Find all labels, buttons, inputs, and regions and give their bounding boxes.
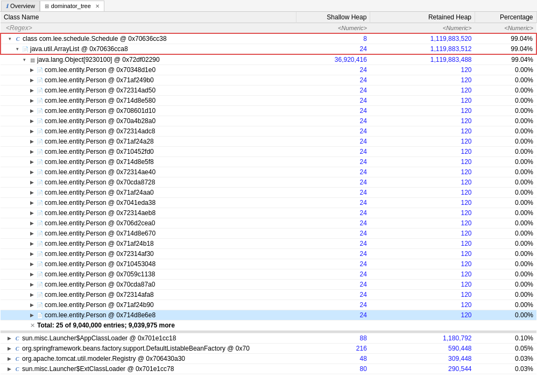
table-row[interactable]: ▶Corg.apache.tomcat.util.modeler.Registr… <box>1 354 536 364</box>
table-row[interactable]: ▶📄com.lee.entity.Person @ 0x72314adc8241… <box>1 126 536 137</box>
table-row[interactable]: ▶Csun.misc.Launcher$ExtClassLoader @ 0x7… <box>1 364 536 374</box>
cell-retained-heap: 120 <box>370 269 475 280</box>
table-row[interactable]: ▶📄com.lee.entity.Person @ 0x710453048241… <box>1 259 536 269</box>
expand-icon[interactable]: ▶ <box>29 189 35 196</box>
expand-icon[interactable]: ▶ <box>29 220 35 226</box>
class-name-text: com.lee.entity.Person @ 0x71af24aa0 <box>45 189 154 196</box>
expand-icon[interactable]: ▶ <box>29 261 35 267</box>
table-row[interactable]: ▶📄com.lee.entity.Person @ 0x7059c1138241… <box>1 269 536 280</box>
table-row[interactable]: ▶📄com.lee.entity.Person @ 0x7041eda38241… <box>1 198 536 208</box>
expand-icon[interactable]: ▶ <box>29 251 35 257</box>
cell-retained-heap: 1,119,883,512 <box>370 44 475 55</box>
table-row[interactable]: ▶📄com.lee.entity.Person @ 0x70cda8728241… <box>1 177 536 188</box>
col-header-retained-heap[interactable]: Retained Heap <box>370 12 475 23</box>
table-row[interactable]: ▶📄com.lee.entity.Person @ 0x71af24a28241… <box>1 137 536 147</box>
node-type-icon: 📄 <box>36 107 44 115</box>
cell-percentage: 0.00% <box>475 65 537 75</box>
expand-icon[interactable]: ▶ <box>29 138 35 145</box>
cell-class-name: ▶📄com.lee.entity.Person @ 0x706d2cea0 <box>1 218 296 229</box>
cell-percentage: 0.00% <box>475 310 537 320</box>
table-row[interactable]: ▾▦java.lang.Object[9230100] @ 0x72df0229… <box>1 54 536 65</box>
cell-retained-heap: 120 <box>370 177 475 188</box>
expand-icon[interactable]: ▶ <box>29 108 35 114</box>
table-row[interactable]: ▶📄com.lee.entity.Person @ 0x72314ae40241… <box>1 167 536 177</box>
table-row[interactable]: ▾📄java.util.ArrayList @ 0x70636cca8241,1… <box>1 44 536 55</box>
expand-icon[interactable]: ▶ <box>29 312 35 318</box>
expand-icon[interactable]: ▶ <box>29 159 35 165</box>
expand-icon[interactable]: ▶ <box>6 335 12 341</box>
expand-icon[interactable]: ▶ <box>29 230 35 237</box>
table-row[interactable]: ▶📄com.lee.entity.Person @ 0x71af24b90241… <box>1 300 536 310</box>
collapse-icon[interactable]: ▾ <box>21 56 27 63</box>
expand-icon[interactable]: ▶ <box>6 355 12 362</box>
table-row[interactable]: ▶📄com.lee.entity.Person @ 0x706d2cea0241… <box>1 218 536 229</box>
expand-icon[interactable]: ▶ <box>6 345 12 352</box>
node-type-icon: 📄 <box>36 301 44 309</box>
expand-icon[interactable]: ▶ <box>29 281 35 288</box>
expand-icon[interactable]: ▶ <box>29 77 35 83</box>
cell-percentage: 0.00% <box>475 75 537 85</box>
cell-shallow-heap: 24 <box>296 300 370 310</box>
tab-close-icon[interactable]: ✕ <box>95 3 100 9</box>
col-header-shallow-heap[interactable]: Shallow Heap <box>296 12 370 23</box>
table-row[interactable]: ▶📄com.lee.entity.Person @ 0x70cda87a0241… <box>1 280 536 290</box>
col-header-percentage[interactable]: Percentage <box>475 12 537 23</box>
filter-shallow[interactable]: <Numeric> <box>296 23 370 34</box>
expand-icon[interactable]: ▶ <box>29 118 35 124</box>
table-row[interactable]: ▶📄com.lee.entity.Person @ 0x708601d10241… <box>1 106 536 116</box>
col-header-class-name[interactable]: Class Name <box>1 12 296 23</box>
expand-icon[interactable]: ▶ <box>29 210 35 216</box>
table-row[interactable]: ▶📄com.lee.entity.Person @ 0x714d8e670241… <box>1 229 536 239</box>
cell-retained-heap: 120 <box>370 167 475 177</box>
cell-percentage: 0.00% <box>475 198 537 208</box>
expand-icon[interactable]: ▶ <box>29 97 35 104</box>
table-row[interactable]: ▶📄com.lee.entity.Person @ 0x72314ad50241… <box>1 85 536 96</box>
filter-retained[interactable]: <Numeric> <box>370 23 475 34</box>
table-row[interactable]: ▶📄com.lee.entity.Person @ 0x714d8e580241… <box>1 96 536 106</box>
table-row[interactable]: ✕Total: 25 of 9,040,000 entries; 9,039,9… <box>1 320 536 331</box>
expand-icon[interactable]: ▶ <box>29 179 35 186</box>
collapse-icon[interactable]: ▾ <box>14 46 20 52</box>
cell-class-name: ▶📄com.lee.entity.Person @ 0x72314ad50 <box>1 85 296 96</box>
tab-dominator-tree[interactable]: ⊞ dominator_tree ✕ <box>40 1 104 11</box>
node-type-icon: C <box>14 35 22 42</box>
table-row[interactable]: ▶📄com.lee.entity.Person @ 0x72314af30241… <box>1 249 536 259</box>
table-row[interactable]: ▶📄com.lee.entity.Person @ 0x71af249b0241… <box>1 75 536 85</box>
cell-percentage: 0.03% <box>475 354 537 364</box>
filter-pct[interactable]: <Numeric> <box>475 23 537 34</box>
node-type-icon: 📄 <box>36 168 44 176</box>
expand-icon[interactable]: ▶ <box>29 271 35 277</box>
table-row[interactable]: ▶📄com.lee.entity.Person @ 0x70348d1e0241… <box>1 65 536 75</box>
expand-icon[interactable]: ▶ <box>29 128 35 134</box>
table-header-row: Class Name Shallow Heap Retained Heap Pe… <box>1 12 536 23</box>
table-row[interactable]: ▶📄com.lee.entity.Person @ 0x714d8e6e8241… <box>1 310 536 320</box>
tab-dominator-label: dominator_tree <box>51 3 91 9</box>
table-row[interactable]: ▶📄com.lee.entity.Person @ 0x714d8e5f8241… <box>1 157 536 167</box>
expand-icon[interactable]: ▶ <box>29 291 35 298</box>
table-row[interactable]: ▶Corg.springframework.beans.factory.supp… <box>1 344 536 354</box>
table-row[interactable]: ▶📄com.lee.entity.Person @ 0x710452fd0241… <box>1 147 536 157</box>
cell-class-name: ▾📄java.util.ArrayList @ 0x70636cca8 <box>1 44 296 55</box>
tab-overview[interactable]: ℹ Overview <box>1 1 40 11</box>
class-name-text: com.lee.entity.Person @ 0x71af24b90 <box>45 301 154 309</box>
expand-icon[interactable]: ▶ <box>29 199 35 206</box>
expand-icon[interactable]: ▶ <box>29 302 35 308</box>
cell-percentage: 0.00% <box>475 147 537 157</box>
expand-icon[interactable]: ▶ <box>29 67 35 73</box>
table-row[interactable]: ▶Csun.misc.Launcher$AppClassLoader @ 0x7… <box>1 333 536 344</box>
expand-icon[interactable]: ▶ <box>29 240 35 247</box>
collapse-icon[interactable]: ▾ <box>6 35 13 42</box>
expand-icon[interactable]: ▶ <box>29 148 35 155</box>
filter-class-name[interactable]: <Regex> <box>1 23 296 34</box>
class-name-text: com.lee.entity.Person @ 0x70cda87a0 <box>45 281 155 288</box>
expand-icon[interactable]: ▶ <box>29 169 35 175</box>
table-row[interactable]: ▶📄com.lee.entity.Person @ 0x72314aeb8241… <box>1 208 536 218</box>
expand-icon[interactable]: ▶ <box>6 366 12 372</box>
table-row[interactable]: ▶📄com.lee.entity.Person @ 0x70a4b28a0241… <box>1 116 536 126</box>
expand-icon[interactable]: ▶ <box>29 87 35 94</box>
table-row[interactable]: ▶📄com.lee.entity.Person @ 0x71af24b18241… <box>1 239 536 249</box>
table-row[interactable]: ▶📄com.lee.entity.Person @ 0x71af24aa0241… <box>1 188 536 198</box>
table-row[interactable]: ▾Cclass com.lee.schedule.Schedule @ 0x70… <box>1 33 536 44</box>
table-row[interactable]: ▶📄com.lee.entity.Person @ 0x72314afa8241… <box>1 290 536 300</box>
cell-retained-heap: 120 <box>370 218 475 229</box>
